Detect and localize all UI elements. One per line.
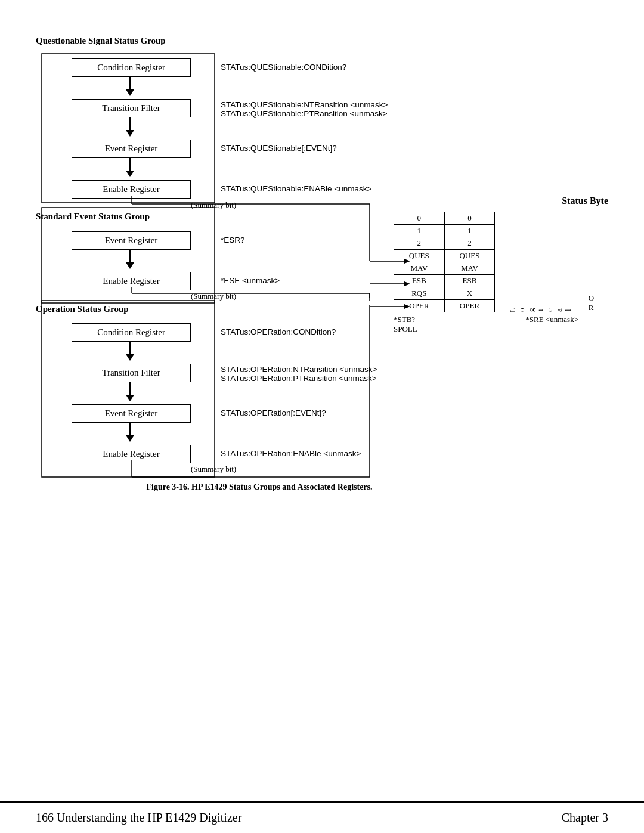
- op-condition-register: Condition Register: [72, 323, 191, 342]
- op-enable-cmd: STATus:OPERation:ENABle <unmask>: [221, 448, 361, 459]
- logical-or-label: Logical: [495, 212, 586, 312]
- op-arrow1: [126, 341, 134, 364]
- q-transition-filter-box: Transition Filter: [72, 99, 191, 117]
- op-condition-register-box: Condition Register: [72, 323, 191, 342]
- op-summary-bit: (Summary bit): [191, 464, 236, 474]
- op-transition-cmds: STATus:OPERation:NTRansition <unmask> ST…: [221, 365, 377, 383]
- op-enable-register-box: Enable Register: [72, 445, 191, 463]
- q-arrow1: [126, 76, 134, 99]
- questionable-group-label: Questionable Signal Status Group: [36, 36, 166, 46]
- q-event-cmd: STATus:QUEStionable[:EVENt]?: [221, 143, 337, 153]
- standard-event-group-label: Standard Event Status Group: [36, 212, 150, 222]
- se-enable-cmd: *ESE <unmask>: [221, 275, 280, 286]
- se-event-cmd: *ESR?: [221, 235, 245, 245]
- status-byte-left-col: 0 1 2 QUES MAV ESB RQS OPER: [394, 212, 445, 312]
- q-transition-filter: Transition Filter: [72, 99, 191, 117]
- figure-caption: Figure 3-16. HP E1429 Status Groups and …: [36, 482, 483, 492]
- q-enable-register-box: Enable Register: [72, 180, 191, 199]
- q-event-register-box: Event Register: [72, 140, 191, 158]
- se-enable-register-box: Enable Register: [72, 272, 191, 290]
- op-arrow3: [126, 422, 134, 445]
- se-event-register-box: Event Register: [72, 231, 191, 250]
- q-event-register: Event Register: [72, 140, 191, 158]
- operation-group-label: Operation Status Group: [36, 304, 129, 314]
- q-condition-register: Condition Register: [72, 58, 191, 77]
- op-enable-register: Enable Register: [72, 445, 191, 463]
- se-event-register: Event Register: [72, 231, 191, 250]
- op-transition-filter-box: Transition Filter: [72, 364, 191, 382]
- op-transition-filter: Transition Filter: [72, 364, 191, 382]
- q-enable-register: Enable Register: [72, 180, 191, 199]
- status-byte-title: Status Byte: [562, 196, 608, 206]
- se-enable-register: Enable Register: [72, 272, 191, 290]
- page-footer: 166 Understanding the HP E1429 Digitizer…: [0, 801, 644, 833]
- op-event-register: Event Register: [72, 404, 191, 423]
- or-label: OR: [586, 212, 596, 312]
- q-transition-cmds: STATus:QUEStionable:NTRansition <unmask>…: [221, 100, 388, 118]
- se-summary-bit: (Summary bit): [191, 291, 236, 301]
- op-arrow2: [126, 382, 134, 404]
- q-enable-cmd: STATus:QUEStionable:ENABle <unmask>: [221, 184, 371, 194]
- status-byte-right-col: 0 1 2 QUES MAV ESB X OPER: [445, 212, 496, 312]
- q-condition-register-box: Condition Register: [72, 58, 191, 77]
- stb-sre-row: *STB? SPOLL *SRE <unmask>: [394, 315, 596, 334]
- q-arrow2: [126, 117, 134, 140]
- op-event-cmd: STATus:OPERation[:EVENt]?: [221, 408, 326, 418]
- q-arrow3: [126, 157, 134, 180]
- footer-left: 166 Understanding the HP E1429 Digitizer: [36, 811, 242, 825]
- q-summary-bit: (Summary bit): [191, 200, 236, 210]
- se-arrow1: [126, 249, 134, 272]
- op-event-register-box: Event Register: [72, 404, 191, 423]
- status-byte-table: 0 1 2 QUES MAV ESB RQS OPER 0 1 2 QUES M…: [394, 212, 596, 334]
- q-condition-cmd: STATus:QUEStionable:CONDition?: [221, 62, 346, 72]
- op-condition-cmd: STATus:OPERation:CONDition?: [221, 327, 336, 337]
- footer-right: Chapter 3: [562, 811, 608, 825]
